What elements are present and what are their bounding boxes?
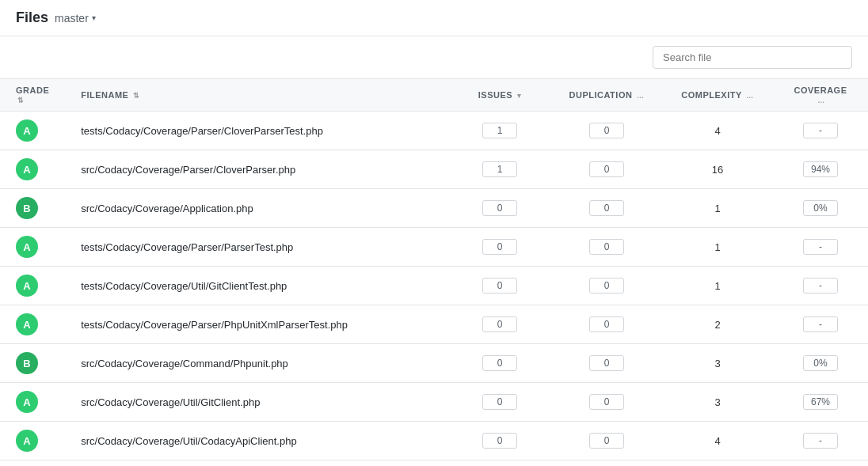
sort-icon-coverage: … [817, 97, 825, 104]
filename-cell: tests/Codacy/Coverage/Parser/ParserTest.… [65, 228, 448, 267]
issues-value: 0 [482, 316, 517, 332]
branch-selector[interactable]: master ▾ [55, 12, 96, 25]
grade-cell: B [0, 189, 65, 228]
grade-cell: A [0, 305, 65, 344]
issues-value: 0 [482, 355, 517, 371]
col-header-duplication[interactable]: DUPLICATION … [551, 79, 662, 112]
coverage-cell: 0% [773, 189, 868, 228]
table-row[interactable]: Bsrc/Codacy/Coverage/Command/Phpunit.php… [0, 344, 868, 383]
search-input[interactable] [653, 46, 852, 69]
filename-cell: src/Codacy/Coverage/Util/CodacyApiClient… [65, 422, 448, 460]
table-header-row: GRADE ⇅ FILENAME ⇅ ISSUES ▾ DUPLICATION … [0, 79, 868, 112]
issues-cell: 0 [448, 422, 551, 460]
duplication-value: 0 [589, 200, 624, 216]
duplication-value: 0 [589, 394, 624, 410]
grade-cell: A [0, 150, 65, 189]
coverage-cell: 94% [773, 150, 868, 189]
table-row[interactable]: Atests/Codacy/Coverage/Parser/PhpUnitXml… [0, 305, 868, 344]
filename-cell: src/Codacy/Coverage/Parser/CloverParser.… [65, 150, 448, 189]
coverage-cell: - [773, 112, 868, 150]
issues-cell: 0 [448, 228, 551, 267]
issues-value: 0 [482, 200, 517, 216]
complexity-cell: 3 [662, 383, 773, 422]
coverage-cell: - [773, 305, 868, 344]
filename-cell: src/Codacy/Coverage/Application.php [65, 189, 448, 228]
complexity-cell: 1 [662, 228, 773, 267]
filename-cell: tests/Codacy/Coverage/Parser/CloverParse… [65, 112, 448, 150]
grade-badge: A [16, 275, 38, 297]
duplication-cell: 0 [551, 383, 662, 422]
grade-badge: A [16, 430, 38, 452]
col-header-complexity[interactable]: COMPLEXITY … [662, 79, 773, 112]
duplication-cell: 0 [551, 267, 662, 305]
coverage-cell: 67% [773, 383, 868, 422]
grade-badge: A [16, 158, 38, 180]
complexity-cell: 1 [662, 189, 773, 228]
grade-badge: A [16, 391, 38, 413]
col-header-coverage[interactable]: COVERAGE … [773, 79, 868, 112]
issues-value: 0 [482, 239, 517, 255]
table-row[interactable]: Bsrc/Codacy/Coverage/Application.php0010… [0, 189, 868, 228]
duplication-value: 0 [589, 355, 624, 371]
grade-badge: B [16, 197, 38, 219]
duplication-cell: 0 [551, 344, 662, 383]
coverage-value: 0% [803, 200, 838, 216]
grade-badge: A [16, 236, 38, 258]
issues-value: 1 [482, 161, 517, 177]
duplication-cell: 0 [551, 150, 662, 189]
issues-value: 1 [482, 123, 517, 138]
issues-cell: 0 [448, 305, 551, 344]
complexity-cell: 2 [662, 305, 773, 344]
issues-value: 0 [482, 433, 517, 449]
duplication-value: 0 [589, 433, 624, 449]
coverage-value: 0% [803, 355, 838, 371]
grade-cell: A [0, 422, 65, 460]
duplication-cell: 0 [551, 112, 662, 150]
grade-badge: B [16, 352, 38, 374]
duplication-value: 0 [589, 239, 624, 255]
table-row[interactable]: Atests/Codacy/Coverage/Parser/CloverPars… [0, 112, 868, 150]
table-row[interactable]: Asrc/Codacy/Coverage/Util/GitClient.php0… [0, 383, 868, 422]
complexity-cell: 4 [662, 112, 773, 150]
grade-cell: A [0, 228, 65, 267]
duplication-value: 0 [589, 316, 624, 332]
files-table: GRADE ⇅ FILENAME ⇅ ISSUES ▾ DUPLICATION … [0, 78, 868, 460]
grade-cell: A [0, 112, 65, 150]
duplication-cell: 0 [551, 189, 662, 228]
sort-icon-grade: ⇅ [17, 97, 25, 104]
col-header-filename[interactable]: FILENAME ⇅ [65, 79, 448, 112]
duplication-value: 0 [589, 278, 624, 294]
complexity-cell: 16 [662, 150, 773, 189]
coverage-value: - [803, 239, 838, 255]
coverage-value: - [803, 433, 838, 449]
duplication-value: 0 [589, 123, 624, 138]
page-title: Files [16, 9, 48, 26]
sort-icon-filename: ⇅ [133, 92, 140, 100]
coverage-cell: - [773, 422, 868, 460]
grade-cell: B [0, 344, 65, 383]
table-row[interactable]: Asrc/Codacy/Coverage/Parser/CloverParser… [0, 150, 868, 189]
table-row[interactable]: Atests/Codacy/Coverage/Util/GitClientTes… [0, 267, 868, 305]
duplication-cell: 0 [551, 228, 662, 267]
col-header-grade[interactable]: GRADE ⇅ [0, 79, 65, 112]
table-row[interactable]: Atests/Codacy/Coverage/Parser/ParserTest… [0, 228, 868, 267]
sort-icon-duplication: … [637, 92, 645, 100]
issues-value: 0 [482, 394, 517, 410]
page-header: Files master ▾ [0, 0, 868, 36]
grade-badge: A [16, 313, 38, 335]
filename-cell: tests/Codacy/Coverage/Util/GitClientTest… [65, 267, 448, 305]
table-row[interactable]: Asrc/Codacy/Coverage/Util/CodacyApiClien… [0, 422, 868, 460]
duplication-cell: 0 [551, 422, 662, 460]
issues-cell: 0 [448, 189, 551, 228]
duplication-value: 0 [589, 161, 624, 177]
issues-cell: 1 [448, 112, 551, 150]
filename-cell: tests/Codacy/Coverage/Parser/PhpUnitXmlP… [65, 305, 448, 344]
filename-cell: src/Codacy/Coverage/Util/GitClient.php [65, 383, 448, 422]
issues-cell: 0 [448, 383, 551, 422]
coverage-value: - [803, 123, 838, 138]
col-header-issues[interactable]: ISSUES ▾ [448, 79, 551, 112]
issues-value: 0 [482, 278, 517, 294]
complexity-cell: 4 [662, 422, 773, 460]
branch-name: master [55, 12, 89, 25]
grade-cell: A [0, 383, 65, 422]
